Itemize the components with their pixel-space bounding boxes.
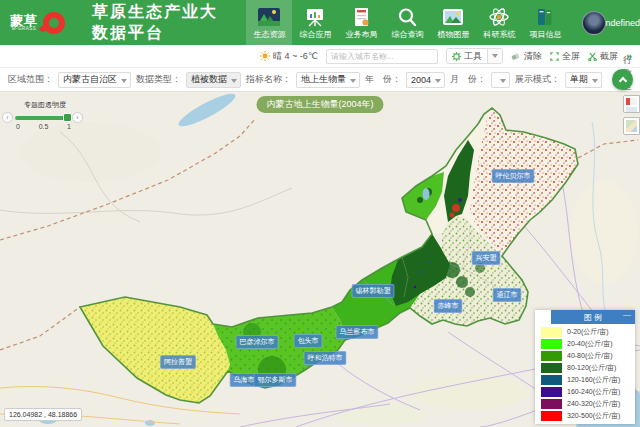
legend-item: 80-120(公斤/亩) (541, 362, 635, 374)
weather-text: 晴 4 ~ -6℃ (273, 50, 318, 63)
tools-button[interactable]: 工具 (446, 48, 503, 64)
nav-item-projects[interactable]: 项目信息 (522, 0, 568, 45)
tools-label: 工具 (464, 50, 482, 63)
fullscreen-icon (550, 52, 559, 61)
collapse-filter-button[interactable] (612, 69, 633, 90)
nav-item-plant-atlas[interactable]: 植物图册 (430, 0, 476, 45)
display-mode-label: 展示模式： (515, 73, 560, 86)
legend-swatch (541, 375, 562, 385)
legend-swatch (541, 363, 562, 373)
map-toolbar: 晴 4 ~ -6℃ 工具 清除 全屏 截屏 » (0, 45, 640, 68)
tick-1: 1 (67, 123, 71, 130)
chevron-down-icon (500, 79, 506, 83)
app-window: 蒙草 M-GRASS 草原生态产业大数据平台 生态资源 综合应用 (0, 0, 640, 427)
chevron-down-icon (492, 54, 498, 58)
data-type-label: 数据类型： (136, 73, 181, 86)
legend-label: 80-120(公斤/亩) (567, 363, 616, 373)
nav-item-business[interactable]: 业务布局 (338, 0, 384, 45)
data-type-select[interactable]: 植被数据 (186, 72, 241, 88)
legend-item: 320-500(公斤/亩) (541, 410, 635, 422)
city-label[interactable]: 锡林郭勒盟 (352, 284, 395, 298)
legend-item: 240-320(公斤/亩) (541, 398, 635, 410)
presentation-chart-icon (302, 6, 328, 28)
indicator-select[interactable]: 地上生物量 (296, 72, 360, 88)
tick-0: 0 (16, 123, 20, 130)
nav-item-query[interactable]: 综合查询 (384, 0, 430, 45)
basemap-switch-button[interactable] (623, 117, 640, 135)
chevron-down-icon (121, 79, 127, 83)
photo-album-icon (440, 6, 466, 28)
brand-name: 蒙草 (10, 14, 38, 27)
nav-item-apps[interactable]: 综合应用 (292, 0, 338, 45)
brand-text: 蒙草 M-GRASS (10, 14, 38, 32)
map-legend: 图 例 — 0-20(公斤/亩) 20-40(公斤/亩) 40-80(公斤/亩)… (535, 310, 635, 424)
month-select[interactable] (491, 72, 510, 88)
clear-button[interactable]: 清除 (511, 50, 542, 63)
city-label[interactable]: 巴彦淖尔市 (236, 335, 279, 349)
chevron-down-icon (350, 79, 356, 83)
city-label[interactable]: 兴安盟 (472, 251, 501, 265)
legend-label: 320-500(公斤/亩) (567, 411, 620, 421)
clear-label: 清除 (524, 50, 542, 63)
year-label: 年 份： (365, 73, 401, 86)
city-label[interactable]: 阿拉善盟 (160, 355, 196, 369)
tools-dropdown-toggle[interactable] (487, 49, 502, 63)
nav-label: 综合应用 (299, 29, 331, 40)
legend-swatch (541, 411, 562, 421)
filter-bar: 区域范围： 内蒙古自治区 数据类型： 植被数据 指标名称： 地上生物量 年 份：… (0, 68, 640, 92)
search-icon (394, 6, 420, 28)
opacity-slider-label: 专题图透明度 (24, 100, 86, 110)
nav-item-research[interactable]: 科研系统 (476, 0, 522, 45)
brand-ring-icon (43, 12, 65, 34)
avatar[interactable] (582, 11, 606, 35)
search-input[interactable] (326, 49, 438, 64)
nav-label: 植物图册 (437, 29, 469, 40)
overview-map-button[interactable] (623, 95, 640, 113)
slider-increase-button[interactable]: › (72, 112, 83, 123)
legend-label: 40-80(公斤/亩) (567, 351, 613, 361)
chevron-up-icon (618, 77, 626, 85)
city-label[interactable]: 呼和浩特市 (304, 351, 347, 365)
map-canvas[interactable]: 内蒙古地上生物量(2004年) 专题图透明度 ‹ › 0 0.5 1 呼伦贝尔市… (0, 92, 640, 427)
slider-ticks: 0 0.5 1 (16, 123, 71, 130)
tick-05: 0.5 (39, 123, 49, 130)
opacity-slider[interactable]: 专题图透明度 ‹ › 0 0.5 1 (2, 100, 86, 130)
atom-icon (486, 6, 512, 28)
chevron-down-icon (592, 79, 598, 83)
fullscreen-button[interactable]: 全屏 (550, 50, 580, 63)
city-label[interactable]: 包头市 (294, 334, 323, 348)
legend-minimize-button[interactable]: — (623, 310, 631, 319)
city-label[interactable]: 呼伦贝尔市 (492, 169, 535, 183)
legend-item: 120-160(公斤/亩) (541, 374, 635, 386)
city-label[interactable]: 鄂尔多斯市 (254, 373, 297, 387)
display-mode-select[interactable]: 单期 (565, 72, 602, 88)
region-value: 内蒙古自治区 (63, 73, 117, 86)
year-value: 2004 (411, 75, 431, 85)
legend-label: 160-240(公斤/亩) (567, 387, 620, 397)
year-select[interactable]: 2004 (406, 72, 445, 88)
city-label[interactable]: 通辽市 (493, 288, 522, 302)
data-type-value: 植被数据 (191, 73, 227, 86)
city-label[interactable]: 乌兰察布市 (336, 325, 379, 339)
legend-header: 图 例 — (551, 310, 635, 324)
scissors-icon (588, 52, 597, 61)
legend-item: 40-80(公斤/亩) (541, 350, 635, 362)
legend-swatch (541, 387, 562, 397)
nav-label: 业务布局 (345, 29, 377, 40)
slider-handle[interactable] (63, 113, 72, 122)
cursor-coordinates: 126.04982 , 48.18866 (4, 408, 82, 421)
main-nav: 生态资源 综合应用 业务布局 综合查询 (246, 0, 568, 45)
region-select[interactable]: 内蒙古自治区 (58, 72, 131, 88)
nav-item-eco-resources[interactable]: 生态资源 (246, 0, 292, 45)
legend-spacer (535, 310, 551, 324)
legend-item: 20-40(公斤/亩) (541, 338, 635, 350)
document-icon (348, 6, 374, 28)
nav-label: 生态资源 (253, 29, 285, 40)
eraser-icon (511, 52, 521, 61)
gear-icon (452, 52, 461, 61)
slider-track[interactable] (15, 116, 70, 120)
app-header: 蒙草 M-GRASS 草原生态产业大数据平台 生态资源 综合应用 (0, 0, 640, 45)
city-label[interactable]: 赤峰市 (434, 299, 463, 313)
slider-decrease-button[interactable]: ‹ (2, 112, 13, 123)
user-area[interactable]: undefined (582, 0, 640, 45)
